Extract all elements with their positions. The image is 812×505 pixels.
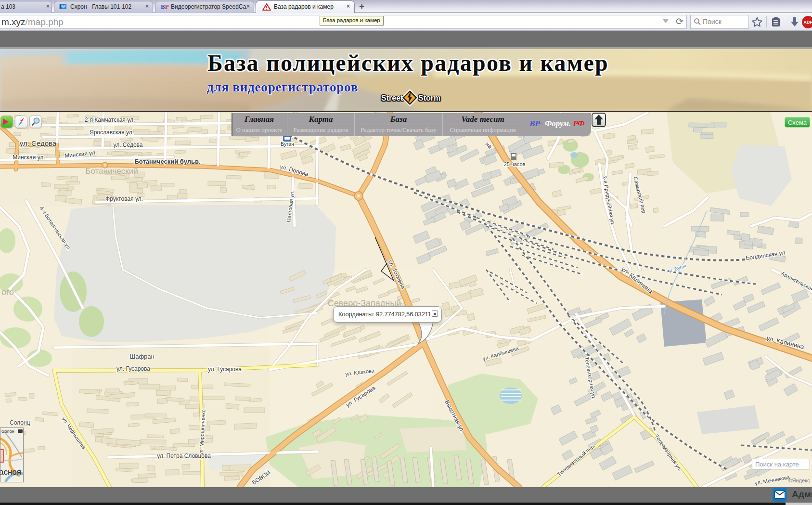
svg-text:25 часов: 25 часов: [504, 161, 526, 167]
svg-text:асноя: асноя: [0, 467, 21, 477]
svg-text:©Яндекс: ©Яндекс: [788, 478, 810, 483]
svg-text:ул. Петра Словцова: ул. Петра Словцова: [157, 453, 211, 459]
svg-text:Шафран: Шафран: [129, 353, 154, 360]
svg-text:Бугач: Бугач: [281, 141, 294, 147]
svg-text:ул. Седова: ул. Седова: [20, 139, 57, 147]
svg-text:ул. Гусарова: ул. Гусарова: [208, 366, 242, 373]
svg-text:Ботанический бульв.: Ботанический бульв.: [134, 158, 200, 165]
svg-text:2-я Камчатская ул.: 2-я Камчатская ул.: [85, 117, 135, 123]
svg-text:Фруктовая ул.: Фруктовая ул.: [105, 195, 143, 202]
svg-text:Минская ул.: Минская ул.: [13, 154, 45, 161]
svg-text:Ярославская ул.: Ярославская ул.: [90, 129, 134, 136]
svg-text:Солонц: Солонц: [10, 419, 30, 426]
svg-text:Ботанический: Ботанический: [85, 167, 138, 176]
svg-text:ого: ого: [1, 287, 14, 297]
svg-text:Солон: Солон: [1, 429, 14, 434]
svg-text:ул. Гусарова: ул. Гусарова: [116, 365, 150, 372]
svg-text:ул. Седова: ул. Седова: [113, 142, 142, 148]
